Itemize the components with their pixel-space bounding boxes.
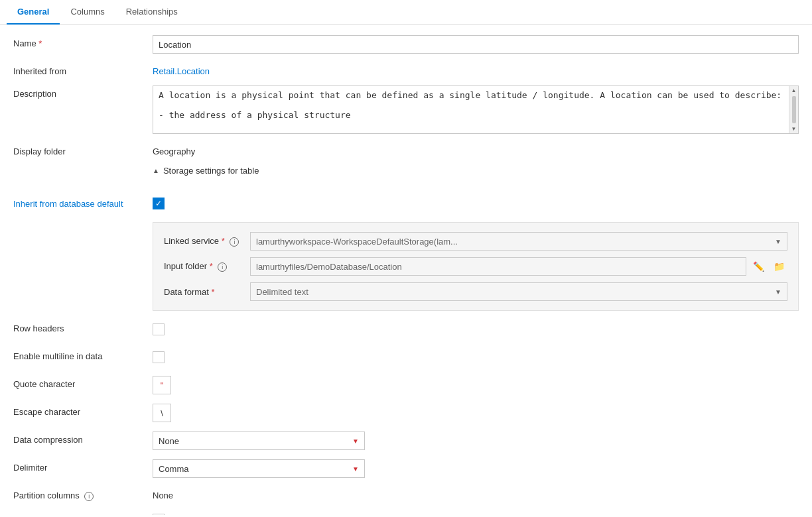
appendable-label: Appendable i — [13, 510, 153, 515]
input-folder-edit-icon[interactable]: ✏️ — [750, 260, 767, 273]
data-format-label: Data format * — [164, 287, 250, 297]
data-format-chevron-icon: ▼ — [775, 288, 781, 296]
enable-multiline-checkbox[interactable] — [153, 351, 165, 363]
delimiter-row: Delimiter Comma ▼ — [13, 459, 799, 478]
data-format-row: Data format * Delimited text ▼ — [164, 282, 787, 301]
linked-service-select[interactable]: lamurthyworkspace-WorkspaceDefaultStorag… — [250, 232, 787, 251]
scroll-up-arrow[interactable]: ▲ — [790, 86, 798, 95]
linked-service-label: Linked service * i — [164, 236, 250, 247]
input-folder-folder-icon[interactable]: 📁 — [771, 260, 787, 273]
escape-character-value[interactable]: \ — [153, 404, 171, 422]
row-headers-label: Row headers — [13, 320, 153, 333]
section-arrow-icon: ▲ — [153, 167, 159, 174]
tab-bar: General Columns Relationships — [0, 0, 812, 25]
data-compression-row: Data compression None ▼ — [13, 431, 799, 450]
scroll-down-arrow[interactable]: ▼ — [790, 125, 798, 133]
delimiter-chevron-icon: ▼ — [352, 465, 359, 473]
linked-service-select-value: lamurthyworkspace-WorkspaceDefaultStorag… — [256, 237, 458, 247]
inherit-db-default-row: Inherit from database default — [13, 194, 799, 213]
description-row: Description A location is a physical poi… — [13, 86, 799, 134]
enable-multiline-row: Enable multiline in data — [13, 348, 799, 367]
quote-character-row: Quote character " — [13, 376, 799, 394]
display-folder-label: Display folder — [13, 143, 153, 156]
data-compression-chevron-icon: ▼ — [352, 437, 359, 445]
row-headers-row: Row headers — [13, 320, 799, 339]
delimiter-value: Comma — [159, 464, 189, 474]
data-compression-value: None — [159, 436, 179, 446]
inherited-from-row: Inherited from Retail.Location — [13, 63, 799, 76]
input-folder-input[interactable] — [250, 257, 746, 276]
appendable-row: Appendable i — [13, 510, 799, 515]
name-input[interactable] — [153, 35, 799, 54]
inherit-db-default-checkbox[interactable] — [153, 198, 165, 209]
tab-general[interactable]: General — [7, 0, 60, 25]
description-textarea[interactable]: A location is a physical point that can … — [153, 86, 798, 131]
delimiter-select[interactable]: Comma ▼ — [153, 459, 365, 478]
linked-service-chevron-icon: ▼ — [775, 238, 781, 245]
appendable-checkbox-wrapper — [153, 510, 165, 515]
input-folder-info-icon[interactable]: i — [218, 262, 227, 272]
description-wrapper: A location is a physical point that can … — [153, 86, 799, 134]
escape-character-label: Escape character — [13, 404, 153, 417]
storage-section-label: Storage settings for table — [163, 166, 259, 176]
storage-section-toggle[interactable]: ▲ Storage settings for table — [153, 166, 259, 176]
enable-multiline-checkbox-wrapper — [153, 348, 165, 367]
storage-section-header-row: ▲ Storage settings for table — [13, 166, 799, 185]
name-row: Name * — [13, 35, 799, 54]
data-format-select-value: Delimited text — [256, 287, 308, 297]
partition-columns-value: None — [153, 487, 173, 500]
general-tab-content: Name * Inherited from Retail.Location De… — [0, 25, 812, 515]
display-folder-row: Display folder Geography — [13, 143, 799, 156]
data-compression-label: Data compression — [13, 431, 153, 445]
inherit-db-default-label: Inherit from database default — [13, 199, 153, 209]
enable-multiline-label: Enable multiline in data — [13, 348, 153, 361]
input-folder-row: Input folder * i ✏️ 📁 — [164, 257, 787, 276]
partition-columns-label: Partition columns i — [13, 487, 153, 501]
inherit-db-default-checkbox-wrapper — [153, 194, 165, 213]
partition-columns-info-icon[interactable]: i — [84, 492, 94, 501]
description-scrollbar[interactable]: ▲ ▼ — [789, 86, 798, 133]
name-label: Name * — [13, 35, 153, 48]
input-folder-input-row: ✏️ 📁 — [250, 257, 787, 276]
quote-character-value[interactable]: " — [153, 376, 171, 394]
linked-service-info-icon[interactable]: i — [230, 237, 239, 247]
scrollbar-thumb — [792, 96, 796, 123]
data-format-select[interactable]: Delimited text ▼ — [250, 282, 787, 301]
inherited-from-label: Inherited from — [13, 63, 153, 76]
row-headers-checkbox-wrapper — [153, 320, 165, 339]
tab-relationships[interactable]: Relationships — [115, 0, 188, 25]
data-compression-select[interactable]: None ▼ — [153, 431, 365, 450]
quote-character-label: Quote character — [13, 376, 153, 389]
storage-settings-box: Linked service * i lamurthyworkspace-Wor… — [153, 222, 799, 311]
delimiter-label: Delimiter — [13, 459, 153, 473]
description-label: Description — [13, 86, 153, 99]
partition-columns-row: Partition columns i None — [13, 487, 799, 501]
display-folder-value: Geography — [153, 143, 195, 156]
appendable-checkbox[interactable] — [153, 514, 165, 515]
input-folder-label: Input folder * i — [164, 261, 250, 272]
row-headers-checkbox[interactable] — [153, 323, 165, 335]
escape-character-row: Escape character \ — [13, 404, 799, 422]
linked-service-row: Linked service * i lamurthyworkspace-Wor… — [164, 232, 787, 251]
inherited-from-value: Retail.Location — [153, 63, 210, 76]
tab-columns[interactable]: Columns — [60, 0, 115, 25]
